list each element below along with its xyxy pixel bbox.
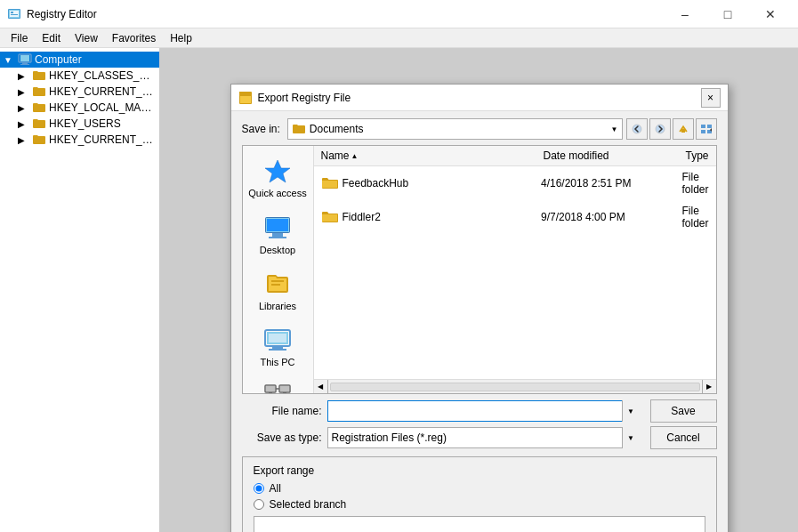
- tree-label-hklm: HKEY_LOCAL_MACHINE: [49, 101, 156, 114]
- menu-edit[interactable]: Edit: [35, 30, 68, 46]
- save-in-select[interactable]: Documents ▼: [287, 118, 623, 140]
- menu-view[interactable]: View: [68, 30, 105, 46]
- radio-selected-branch-label: Selected branch: [270, 498, 347, 511]
- dialog-overlay: Export Registry File × Save in:: [160, 48, 798, 532]
- up-button[interactable]: [673, 118, 694, 140]
- file-name-fiddler2: Fiddler2: [314, 208, 535, 226]
- this-pc-label: This PC: [260, 357, 294, 367]
- view-button[interactable]: [696, 118, 717, 140]
- tree-label-hkcr: HKEY_CLASSES_ROOT: [49, 69, 156, 82]
- cancel-button[interactable]: Cancel: [650, 426, 717, 449]
- tree-arrow-hkcc: ▶: [18, 135, 32, 145]
- file-name-input[interactable]: [327, 400, 640, 422]
- tree-label-hku: HKEY_USERS: [49, 117, 121, 130]
- registry-editor-window: Registry Editor – □ ✕ File Edit View Fav…: [0, 0, 798, 532]
- svg-rect-14: [701, 125, 705, 128]
- tree-arrow-hkcu: ▶: [18, 87, 32, 97]
- branch-input[interactable]: [254, 516, 705, 532]
- file-type-fiddler2: File folder: [674, 203, 715, 231]
- registry-tree: ▼ Computer ▶ HKEY: [0, 48, 160, 532]
- save-as-type-select[interactable]: Registration Files (*.reg): [327, 427, 640, 448]
- file-date-feedbackhub: 4/16/2018 2:51 PM: [534, 175, 674, 191]
- save-button[interactable]: Save: [650, 399, 717, 423]
- folder-icon-hkcr: [32, 69, 46, 82]
- export-dialog: Export Registry File × Save in:: [230, 84, 729, 532]
- file-row-feedbackhub[interactable]: FeedbackHub 4/16/2018 2:51 PM File folde…: [314, 166, 716, 200]
- file-list-container: Name ▲ Date modified Type: [314, 146, 716, 393]
- scrollbar-track[interactable]: [330, 383, 700, 391]
- menu-favorites[interactable]: Favorites: [105, 30, 163, 46]
- radio-selected-branch[interactable]: [254, 499, 264, 510]
- quick-access-icon: [263, 157, 292, 185]
- radio-all[interactable]: [254, 483, 264, 494]
- horizontal-scrollbar[interactable]: ◀ ▶: [314, 379, 716, 393]
- svg-rect-37: [283, 392, 286, 393]
- tree-label-hkcc: HKEY_CURRENT_CONFIG: [49, 133, 156, 146]
- file-name-dropdown-arrow[interactable]: ▼: [622, 400, 640, 422]
- nav-item-network[interactable]: Network: [243, 375, 313, 393]
- svg-rect-4: [11, 14, 18, 15]
- nav-item-quick-access[interactable]: Quick access: [243, 149, 313, 206]
- file-name-label-feedbackhub: FeedbackHub: [343, 177, 409, 189]
- dialog-icon: [238, 91, 253, 105]
- save-as-type-arrow[interactable]: ▼: [622, 427, 640, 448]
- col-date-header[interactable]: Date modified: [536, 148, 678, 164]
- file-name-row: File name: ▼ Save: [242, 399, 717, 423]
- save-in-label: Save in:: [242, 123, 280, 135]
- scroll-left-btn[interactable]: ◀: [314, 380, 328, 394]
- tree-item-hkcu[interactable]: ▶ HKEY_CURRENT_USER: [0, 84, 159, 100]
- desktop-icon: [263, 214, 292, 242]
- nav-item-this-pc[interactable]: This PC: [243, 318, 313, 375]
- tree-arrow-hkcr: ▶: [18, 71, 32, 81]
- save-in-row: Save in: Documents ▼: [242, 118, 717, 140]
- save-in-dropdown-arrow: ▼: [611, 125, 618, 133]
- folder-icon-hklm: [32, 101, 46, 114]
- dialog-body: Save in: Documents ▼: [231, 111, 728, 532]
- sort-arrow: ▲: [351, 152, 359, 160]
- tree-arrow-hku: ▶: [18, 119, 32, 129]
- svg-rect-22: [272, 233, 283, 237]
- menu-file[interactable]: File: [4, 30, 35, 46]
- file-row-fiddler2[interactable]: Fiddler2 9/7/2018 4:00 PM File folder: [314, 200, 716, 234]
- app-title: Registry Editor: [27, 8, 665, 20]
- svg-rect-30: [269, 349, 286, 351]
- export-range-title: Export range: [254, 464, 705, 477]
- back-button[interactable]: [626, 118, 648, 140]
- menu-help[interactable]: Help: [163, 30, 199, 46]
- libraries-icon: [263, 270, 292, 298]
- col-name-header[interactable]: Name ▲: [314, 148, 536, 164]
- tree-item-hku[interactable]: ▶ HKEY_USERS: [0, 116, 159, 132]
- dialog-close-button[interactable]: ×: [701, 88, 721, 108]
- tree-item-hkcc[interactable]: ▶ HKEY_CURRENT_CONFIG: [0, 132, 159, 148]
- scroll-right-btn[interactable]: ▶: [702, 380, 716, 394]
- minimize-button[interactable]: –: [665, 0, 705, 28]
- svg-rect-10: [240, 96, 251, 103]
- svg-point-12: [656, 125, 665, 133]
- network-icon: [263, 382, 292, 393]
- svg-rect-8: [20, 64, 29, 65]
- svg-rect-28: [269, 334, 286, 343]
- nav-item-desktop[interactable]: Desktop: [243, 206, 313, 262]
- svg-rect-7: [22, 62, 28, 64]
- file-name-feedbackhub: FeedbackHub: [314, 174, 535, 192]
- tree-item-hklm[interactable]: ▶ HKEY_LOCAL_MACHINE: [0, 100, 159, 116]
- file-list-spacer: [314, 234, 716, 379]
- tree-item-hkcr[interactable]: ▶ HKEY_CLASSES_ROOT: [0, 68, 159, 84]
- this-pc-icon: [263, 326, 292, 354]
- tree-item-computer[interactable]: ▼ Computer: [0, 52, 159, 68]
- tree-arrow-computer: ▼: [4, 55, 18, 65]
- save-as-type-wrapper: Registration Files (*.reg) ▼: [327, 427, 640, 448]
- file-list-header: Name ▲ Date modified Type: [314, 146, 716, 166]
- nav-item-libraries[interactable]: Libraries: [243, 262, 313, 318]
- close-button[interactable]: ✕: [750, 0, 791, 28]
- left-nav: Quick access: [243, 146, 314, 393]
- menu-bar: File Edit View Favorites Help: [0, 28, 798, 48]
- col-type-header[interactable]: Type: [678, 148, 715, 164]
- dialog-toolbar: [626, 118, 717, 140]
- title-bar: Registry Editor – □ ✕: [0, 0, 798, 28]
- forward-button[interactable]: [649, 118, 671, 140]
- svg-rect-15: [707, 125, 712, 128]
- svg-marker-18: [265, 160, 290, 182]
- svg-rect-33: [269, 392, 272, 393]
- maximize-button[interactable]: □: [707, 0, 748, 28]
